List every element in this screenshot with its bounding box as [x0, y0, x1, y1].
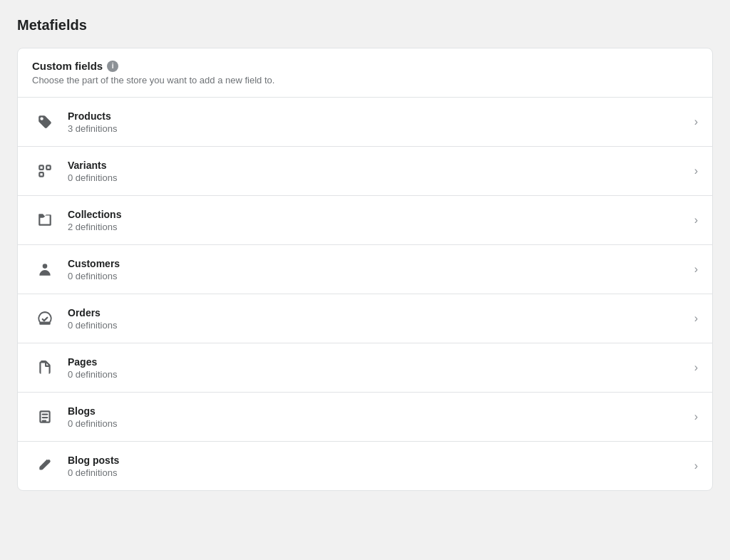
chevron-right-icon: › [694, 312, 698, 325]
item-content-blog-posts: Blog posts 0 definitions [68, 455, 689, 478]
item-count-blogs: 0 definitions [68, 418, 689, 429]
metafields-card: Custom fields i Choose the part of the s… [17, 48, 713, 491]
item-count-customers: 0 definitions [68, 271, 689, 281]
item-name-products: Products [68, 110, 689, 122]
card-title: Custom fields [32, 60, 103, 72]
info-icon[interactable]: i [107, 61, 118, 72]
item-count-products: 3 definitions [68, 123, 689, 134]
tag-icon [32, 109, 58, 135]
collections-icon [32, 207, 58, 233]
chevron-right-icon: › [694, 410, 698, 423]
card-subtitle: Choose the part of the store you want to… [32, 75, 698, 85]
item-content-pages: Pages 0 definitions [68, 356, 689, 380]
item-name-variants: Variants [68, 160, 689, 171]
chevron-right-icon: › [694, 460, 698, 472]
item-name-customers: Customers [68, 258, 689, 269]
chevron-right-icon: › [694, 214, 698, 227]
item-count-pages: 0 definitions [68, 369, 689, 380]
item-content-variants: Variants 0 definitions [68, 160, 689, 183]
list-item-blog-posts[interactable]: Blog posts 0 definitions › [18, 442, 712, 490]
list-item-collections[interactable]: Collections 2 definitions › [18, 196, 712, 245]
page-icon [32, 355, 58, 380]
item-name-collections: Collections [68, 209, 689, 220]
card-header: Custom fields i Choose the part of the s… [18, 48, 712, 98]
list-item-customers[interactable]: Customers 0 definitions › [18, 245, 712, 294]
pencil-icon [32, 453, 58, 479]
item-count-collections: 2 definitions [68, 222, 689, 232]
item-name-blogs: Blogs [68, 405, 689, 417]
item-count-orders: 0 definitions [68, 320, 689, 331]
chevron-right-icon: › [694, 263, 698, 276]
list-item-variants[interactable]: Variants 0 definitions › [18, 147, 712, 196]
item-name-pages: Pages [68, 356, 689, 368]
item-count-blog-posts: 0 definitions [68, 467, 689, 478]
list-item-products[interactable]: Products 3 definitions › [18, 98, 712, 147]
item-count-variants: 0 definitions [68, 172, 689, 183]
item-content-orders: Orders 0 definitions [68, 307, 689, 331]
item-content-products: Products 3 definitions [68, 110, 689, 134]
item-name-orders: Orders [68, 307, 689, 318]
orders-icon [32, 306, 58, 331]
blog-icon [32, 404, 58, 430]
customer-icon [32, 256, 58, 282]
list-item-blogs[interactable]: Blogs 0 definitions › [18, 393, 712, 442]
item-content-collections: Collections 2 definitions [68, 209, 689, 232]
items-list: Products 3 definitions › Variants 0 defi… [18, 98, 712, 490]
chevron-right-icon: › [694, 165, 698, 177]
page-title: Metafields [17, 17, 713, 33]
list-item-orders[interactable]: Orders 0 definitions › [18, 294, 712, 343]
chevron-right-icon: › [694, 361, 698, 374]
list-item-pages[interactable]: Pages 0 definitions › [18, 343, 712, 393]
item-name-blog-posts: Blog posts [68, 455, 689, 466]
chevron-right-icon: › [694, 115, 698, 128]
variants-icon [32, 158, 58, 184]
item-content-customers: Customers 0 definitions [68, 258, 689, 281]
item-content-blogs: Blogs 0 definitions [68, 405, 689, 429]
